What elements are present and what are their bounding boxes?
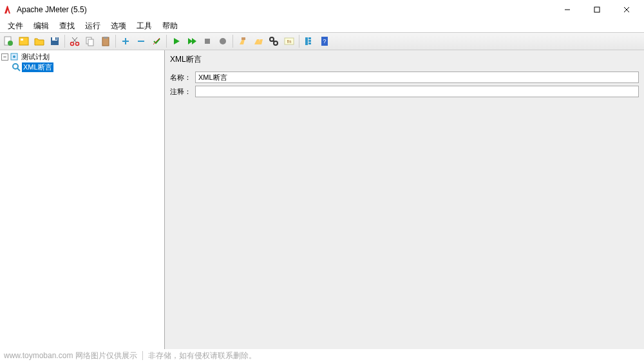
testplan-icon xyxy=(10,52,19,61)
svg-rect-31 xyxy=(305,37,308,45)
new-button[interactable] xyxy=(1,34,15,48)
menubar: 文件 编辑 查找 运行 选项 工具 帮助 xyxy=(0,19,644,32)
menu-search[interactable]: 查找 xyxy=(54,19,80,33)
comment-row: 注释： xyxy=(170,86,639,97)
close-button[interactable] xyxy=(612,0,641,19)
svg-rect-10 xyxy=(55,37,57,40)
copy-button[interactable] xyxy=(83,34,97,48)
svg-line-13 xyxy=(73,37,77,43)
svg-rect-33 xyxy=(308,40,311,42)
svg-text:fn: fn xyxy=(287,39,292,44)
footer-left: www.toymoban.com 网络图片仅供展示 xyxy=(4,350,137,361)
svg-line-28 xyxy=(273,41,274,42)
menu-tools[interactable]: 工具 xyxy=(131,19,157,33)
menu-edit[interactable]: 编辑 xyxy=(28,19,54,33)
clear-button[interactable] xyxy=(236,34,250,48)
menu-options[interactable]: 选项 xyxy=(106,19,131,33)
svg-rect-32 xyxy=(308,37,311,39)
window-title: Apache JMeter (5.5) xyxy=(17,5,553,14)
templates-button[interactable] xyxy=(17,34,31,48)
expand-button[interactable] xyxy=(118,34,133,48)
footer-right: 非存储，如有侵权请联系删除。 xyxy=(148,350,256,361)
svg-rect-23 xyxy=(205,39,210,44)
content-panel: XML断言 名称： 注释： xyxy=(165,50,644,349)
name-row: 名称： xyxy=(170,71,639,83)
help-button[interactable] xyxy=(302,34,316,48)
tree-child-row[interactable]: XML断言 xyxy=(1,62,163,72)
name-label: 名称： xyxy=(170,73,191,82)
collapse-button[interactable] xyxy=(134,34,148,48)
footer-divider xyxy=(142,351,143,360)
toolbar-separator xyxy=(166,35,167,48)
svg-rect-25 xyxy=(242,37,245,40)
svg-point-12 xyxy=(76,43,79,46)
svg-rect-16 xyxy=(88,39,93,46)
svg-point-39 xyxy=(13,64,18,69)
svg-rect-6 xyxy=(19,37,28,45)
svg-rect-7 xyxy=(21,39,23,41)
svg-point-11 xyxy=(71,43,74,46)
maximize-button[interactable] xyxy=(582,0,612,19)
menu-help[interactable]: 帮助 xyxy=(157,19,183,33)
tree-child-label[interactable]: XML断言 xyxy=(22,62,53,72)
svg-rect-1 xyxy=(594,7,600,12)
comment-label: 注释： xyxy=(170,87,191,97)
clear-all-button[interactable] xyxy=(251,34,265,48)
menu-run[interactable]: 运行 xyxy=(80,19,106,33)
toolbar: fn ? xyxy=(0,32,644,50)
doc-button[interactable]: ? xyxy=(317,34,332,48)
comment-input[interactable] xyxy=(195,86,639,97)
svg-rect-34 xyxy=(308,43,311,44)
start-no-pause-button[interactable] xyxy=(185,34,199,48)
svg-line-40 xyxy=(17,68,20,71)
minimize-button[interactable] xyxy=(553,0,582,19)
name-input[interactable] xyxy=(195,71,639,83)
shutdown-button[interactable] xyxy=(216,34,230,48)
svg-line-14 xyxy=(72,37,77,43)
panel-title: XML断言 xyxy=(170,53,639,66)
tree-root-row[interactable]: − 测试计划 xyxy=(1,52,163,62)
save-button[interactable] xyxy=(48,34,62,48)
toolbar-separator xyxy=(299,35,299,48)
start-button[interactable] xyxy=(169,34,184,48)
toolbar-separator xyxy=(232,35,233,48)
app-icon xyxy=(3,5,13,15)
footer-watermark: www.toymoban.com 网络图片仅供展示 非存储，如有侵权请联系删除。 xyxy=(0,349,644,362)
svg-point-38 xyxy=(13,55,15,58)
tree-root-label[interactable]: 测试计划 xyxy=(20,52,51,62)
main-area: − 测试计划 XML断言 XML断言 名称： 注释： xyxy=(0,50,644,349)
open-button[interactable] xyxy=(32,34,46,48)
cut-button[interactable] xyxy=(68,34,82,48)
window-controls xyxy=(553,0,641,19)
function-helper-button[interactable]: fn xyxy=(282,34,296,48)
svg-point-5 xyxy=(8,41,13,46)
toggle-button[interactable] xyxy=(149,34,164,48)
stop-button[interactable] xyxy=(200,34,214,48)
titlebar: Apache JMeter (5.5) xyxy=(0,0,644,19)
toolbar-separator xyxy=(64,35,65,48)
toolbar-separator xyxy=(115,35,116,48)
menu-file[interactable]: 文件 xyxy=(3,19,28,33)
svg-text:?: ? xyxy=(323,38,326,44)
svg-point-24 xyxy=(220,38,226,44)
assertion-icon xyxy=(12,62,21,71)
svg-rect-18 xyxy=(104,37,108,39)
search-button[interactable] xyxy=(267,34,281,48)
paste-button[interactable] xyxy=(99,34,113,48)
tree-panel[interactable]: − 测试计划 XML断言 xyxy=(0,50,165,349)
tree-collapse-icon[interactable]: − xyxy=(1,53,8,61)
